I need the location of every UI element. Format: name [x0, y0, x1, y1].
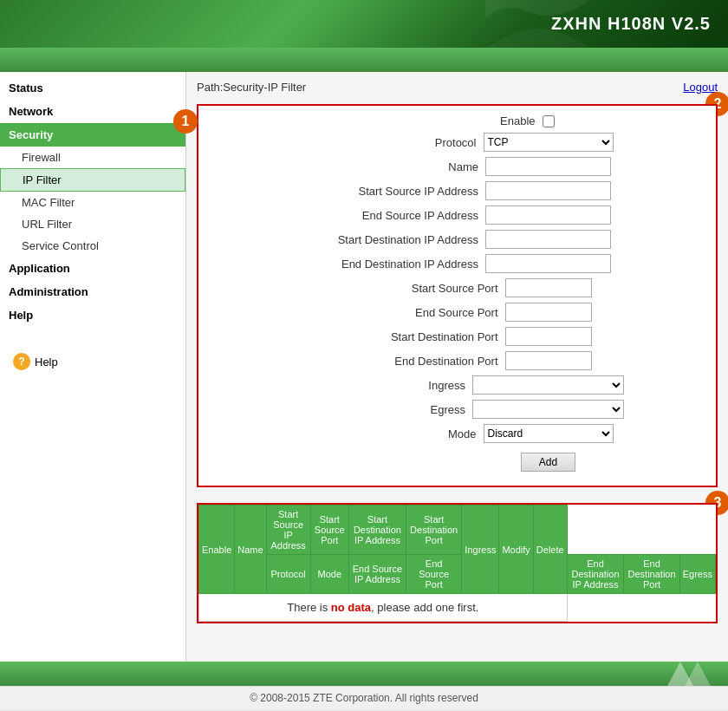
sidebar-item-firewall[interactable]: Firewall — [0, 147, 185, 168]
start-source-ip-input[interactable] — [485, 181, 611, 200]
enable-checkbox[interactable] — [543, 115, 555, 127]
no-data-suffix: , please add one first. — [371, 601, 478, 614]
no-data-text: There is — [287, 601, 331, 614]
egress-row: Egress — [211, 400, 703, 419]
start-dest-ip-input[interactable] — [485, 230, 611, 249]
col-protocol: Protocol — [266, 555, 310, 594]
start-source-port-label: Start Source Port — [323, 282, 505, 295]
sidebar-item-help[interactable]: Help — [0, 303, 185, 327]
end-dest-ip-input[interactable] — [485, 254, 611, 273]
sidebar-item-application[interactable]: Application — [0, 257, 185, 280]
col-end-source-ip: End Source IP Address — [348, 555, 406, 594]
col-start-dest-port: Start Destination Port — [406, 506, 461, 555]
navbar — [0, 48, 728, 72]
end-source-ip-input[interactable] — [485, 205, 611, 225]
start-source-port-input[interactable] — [505, 278, 592, 297]
protocol-select[interactable]: TCP UDP ICMP ALL — [484, 133, 614, 152]
ip-filter-table: Enable Name Start Source IP Address Star… — [198, 505, 716, 622]
name-row: Name — [211, 157, 703, 176]
content-area: Path:Security-IP Filter Logout 2 Enable … — [186, 72, 728, 662]
ingress-row: Ingress — [211, 375, 703, 395]
col-end-source-port: End Source Port — [406, 555, 461, 594]
help-label: Help — [35, 356, 58, 369]
mode-select[interactable]: Discard Forward — [484, 424, 614, 443]
egress-label: Egress — [290, 403, 472, 416]
start-dest-ip-label: Start Destination IP Address — [303, 233, 485, 246]
sidebar-item-ip-filter[interactable]: IP Filter — [0, 168, 185, 192]
footer: © 2008-2015 ZTE Corporation. All rights … — [0, 686, 728, 709]
start-source-ip-row: Start Source IP Address — [211, 181, 703, 200]
col-delete: Delete — [533, 506, 567, 594]
start-source-ip-label: Start Source IP Address — [303, 185, 485, 198]
col-start-source-ip: Start Source IP Address — [266, 506, 310, 555]
mode-row: Mode Discard Forward — [211, 424, 703, 443]
col-start-source-port: Start Source Port — [310, 506, 348, 555]
end-dest-port-row: End Destination Port — [211, 351, 703, 370]
col-start-dest-ip: Start Destination IP Address — [348, 506, 406, 555]
end-source-port-input[interactable] — [505, 303, 592, 322]
sidebar-item-mac-filter[interactable]: MAC Filter — [0, 192, 185, 213]
col-egress: Egress — [679, 555, 715, 594]
no-data-row: There is no data, please add one first. — [199, 594, 716, 622]
start-dest-port-input[interactable] — [505, 327, 592, 346]
sidebar-item-service-control[interactable]: Service Control — [0, 235, 185, 257]
ingress-label: Ingress — [290, 379, 472, 392]
end-source-ip-label: End Source IP Address — [303, 209, 485, 222]
col-enable: Enable — [199, 506, 235, 594]
sidebar-item-network[interactable]: Network — [0, 100, 185, 123]
ingress-select[interactable] — [472, 375, 624, 395]
enable-label: Enable — [361, 114, 543, 127]
end-dest-ip-label: End Destination IP Address — [303, 258, 485, 271]
sidebar-help-button[interactable]: ? Help — [0, 344, 185, 379]
table-section: Enable Name Start Source IP Address Star… — [197, 503, 718, 623]
breadcrumb: Path:Security-IP Filter — [197, 81, 306, 94]
sidebar-item-administration[interactable]: Administration — [0, 280, 185, 303]
logout-link[interactable]: Logout — [683, 81, 718, 94]
end-source-port-label: End Source Port — [323, 306, 505, 319]
egress-select[interactable] — [472, 400, 624, 419]
col-modify: Modify — [499, 506, 533, 594]
main-layout: Status Network Security Firewall IP Filt… — [0, 72, 728, 662]
sidebar-item-status[interactable]: Status — [0, 76, 185, 100]
no-data-highlight: no data — [331, 601, 371, 614]
badge-1: 1 — [173, 109, 198, 134]
end-source-ip-row: End Source IP Address — [211, 205, 703, 225]
footer-decoration — [667, 662, 719, 686]
footer-navbar — [0, 662, 728, 686]
no-data-cell: There is no data, please add one first. — [199, 594, 568, 622]
col-end-dest-ip: End Destination IP Address — [567, 555, 624, 594]
end-dest-ip-row: End Destination IP Address — [211, 254, 703, 273]
mode-label: Mode — [302, 427, 484, 440]
col-end-dest-port: End Destination Port — [624, 555, 679, 594]
header: ZXHN H108N V2.5 — [0, 0, 728, 48]
sidebar-item-security[interactable]: Security — [0, 123, 185, 147]
path-bar: Path:Security-IP Filter Logout — [197, 79, 718, 95]
name-input[interactable] — [485, 157, 611, 176]
protocol-label: Protocol — [302, 136, 484, 149]
start-dest-port-label: Start Destination Port — [323, 330, 505, 343]
sidebar: Status Network Security Firewall IP Filt… — [0, 72, 186, 662]
header-decoration — [485, 0, 589, 48]
end-dest-port-input[interactable] — [505, 351, 592, 370]
start-dest-port-row: Start Destination Port — [211, 327, 703, 346]
col-ingress: Ingress — [462, 506, 499, 594]
start-dest-ip-row: Start Destination IP Address — [211, 230, 703, 249]
enable-row: Enable — [211, 114, 703, 127]
end-dest-port-label: End Destination Port — [323, 355, 505, 368]
start-source-port-row: Start Source Port — [211, 278, 703, 297]
add-button-row: Add — [211, 448, 703, 472]
help-circle-icon: ? — [13, 353, 30, 370]
col-mode: Mode — [310, 555, 348, 594]
protocol-row: Protocol TCP UDP ICMP ALL — [211, 133, 703, 152]
col-name: Name — [235, 506, 266, 594]
name-label: Name — [303, 160, 485, 173]
add-button[interactable]: Add — [521, 453, 575, 472]
form-section: Enable Protocol TCP UDP ICMP ALL Name — [197, 104, 718, 487]
copyright-text: © 2008-2015 ZTE Corporation. All rights … — [250, 692, 478, 704]
end-source-port-row: End Source Port — [211, 303, 703, 322]
sidebar-item-url-filter[interactable]: URL Filter — [0, 213, 185, 235]
